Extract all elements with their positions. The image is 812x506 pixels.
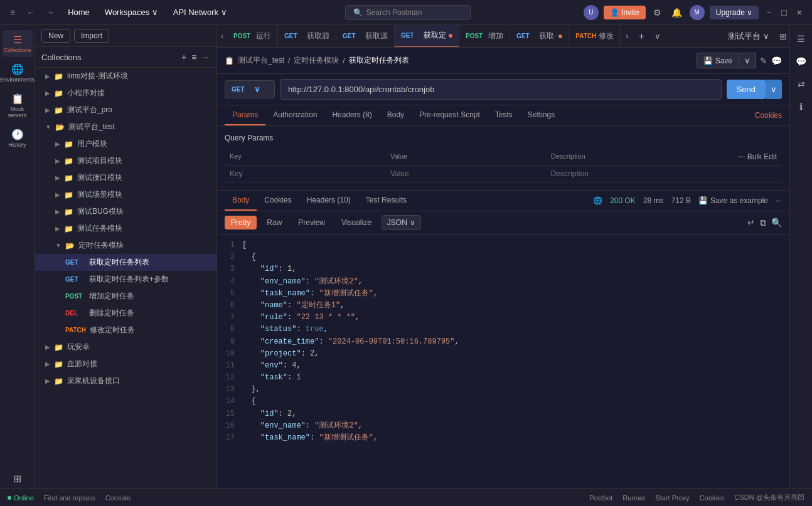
request-item-del-cron[interactable]: DEL 删除定时任务 bbox=[35, 305, 216, 322]
tab-authorization[interactable]: Authorization bbox=[265, 105, 324, 125]
breadcrumb-module[interactable]: 定时任务模块 bbox=[294, 55, 339, 66]
add-collection-button[interactable]: + bbox=[180, 51, 188, 63]
sidebar-item-history[interactable]: 🕐 History bbox=[3, 125, 33, 152]
save-dropdown-button[interactable]: ∨ bbox=[739, 53, 756, 68]
collection-item-mini[interactable]: ▶ 📁 小程序对接 bbox=[35, 85, 216, 102]
notification-icon[interactable]: 🔔 bbox=[669, 5, 685, 20]
send-button[interactable]: Send bbox=[727, 80, 766, 99]
filter-collections-button[interactable]: ≡ bbox=[190, 51, 198, 63]
bulk-edit-button[interactable]: Bulk Edit bbox=[747, 152, 777, 161]
format-raw[interactable]: Raw bbox=[260, 216, 288, 229]
json-format-select[interactable]: JSON ∨ bbox=[382, 215, 421, 230]
minimize-button[interactable]: − bbox=[764, 5, 774, 20]
tab-tests[interactable]: Tests bbox=[488, 105, 520, 125]
collection-item-android[interactable]: ▶ 📁 玩安卓 bbox=[35, 339, 216, 356]
format-visualize[interactable]: Visualize bbox=[335, 216, 378, 229]
tab-get-getcron[interactable]: GET 获取定 bbox=[395, 25, 459, 48]
save-example-button[interactable]: 💾 Save as example bbox=[698, 196, 768, 205]
sidebar-item-collections[interactable]: ☰ Collections bbox=[3, 30, 33, 57]
import-button[interactable]: Import bbox=[74, 29, 109, 43]
workspaces-dropdown[interactable]: Workspaces ∨ bbox=[100, 8, 163, 17]
upgrade-button[interactable]: Upgrade ∨ bbox=[710, 6, 759, 19]
format-preview[interactable]: Preview bbox=[292, 216, 331, 229]
folder-item-scenes[interactable]: ▶ 📁 测试场景模块 bbox=[35, 186, 216, 203]
folder-item-tasks[interactable]: ▶ 📁 测试任务模块 bbox=[35, 220, 216, 237]
folder-item-bugs[interactable]: ▶ 📁 测试BUG模块 bbox=[35, 203, 216, 220]
runner-button[interactable]: Runner bbox=[622, 494, 645, 502]
comment-icon[interactable]: 💬 bbox=[771, 53, 782, 68]
collection-item-blood[interactable]: ▶ 📁 血源对接 bbox=[35, 356, 216, 372]
layout-icon[interactable]: ⊞ bbox=[777, 29, 789, 44]
close-button[interactable]: × bbox=[794, 5, 804, 20]
tab-post-inc[interactable]: POST 增加 bbox=[459, 25, 510, 48]
folder-item-projects[interactable]: ▶ 📁 测试项目模块 bbox=[35, 152, 216, 169]
find-replace-button[interactable]: Find and replace bbox=[44, 494, 95, 502]
cookies-statusbar-button[interactable]: Cookies bbox=[700, 494, 725, 502]
sidebar-item-environments[interactable]: 🌐 Environments bbox=[3, 60, 33, 87]
tab-patch-modify[interactable]: PATCH 修改 bbox=[569, 25, 621, 48]
start-proxy-button[interactable]: Start Proxy bbox=[655, 494, 689, 502]
format-pretty[interactable]: Pretty bbox=[225, 216, 257, 229]
back-button[interactable]: ← bbox=[23, 6, 39, 19]
tabs-chevron-button[interactable]: › bbox=[621, 29, 633, 43]
request-item-get-cron-list[interactable]: GET 获取定时任务列表 bbox=[35, 254, 216, 271]
resp-tab-headers[interactable]: Headers (10) bbox=[299, 191, 358, 211]
avatar-1[interactable]: U bbox=[584, 5, 599, 20]
collection-item-test[interactable]: ▼ 📂 测试平台_test bbox=[35, 119, 216, 135]
resp-tab-test-results[interactable]: Test Results bbox=[358, 191, 414, 211]
collection-item-sampler[interactable]: ▶ 📁 采浆机设备接口 bbox=[35, 372, 216, 389]
resp-tab-body[interactable]: Body bbox=[225, 191, 257, 211]
api-network-dropdown[interactable]: API Network ∨ bbox=[168, 8, 232, 17]
tab-prerequest[interactable]: Pre-request Script bbox=[412, 105, 488, 125]
tab-get-fetch[interactable]: GET 获取源 bbox=[278, 25, 336, 48]
key-input[interactable] bbox=[230, 169, 380, 178]
request-item-patch-cron[interactable]: PATCH 修改定时任务 bbox=[35, 322, 216, 339]
settings-icon[interactable]: ⚙ bbox=[651, 5, 664, 20]
collection-item-lims[interactable]: ▶ 📁 lims对接-测试环境 bbox=[35, 68, 216, 85]
folder-item-cron[interactable]: ▼ 📂 定时任务模块 bbox=[35, 237, 216, 254]
folder-item-users[interactable]: ▶ 📁 用户模块 bbox=[35, 135, 216, 152]
right-panel-icon-2[interactable]: 💬 bbox=[792, 53, 810, 70]
home-link[interactable]: Home bbox=[63, 8, 95, 17]
tab-body[interactable]: Body bbox=[380, 105, 412, 125]
request-item-post-cron-add[interactable]: POST 增加定时任务 bbox=[35, 288, 216, 305]
request-item-get-cron-params[interactable]: GET 获取定时任务列表+参数 bbox=[35, 271, 216, 288]
right-panel-icon-4[interactable]: ℹ bbox=[796, 98, 806, 115]
right-panel-icon-3[interactable]: ⇄ bbox=[794, 75, 809, 93]
breadcrumb-workspace[interactable]: 测试平台_test bbox=[238, 55, 284, 66]
edit-icon[interactable]: ✎ bbox=[760, 53, 767, 68]
avatar-2[interactable]: M bbox=[690, 5, 705, 20]
method-select[interactable]: GET ∨ bbox=[225, 80, 275, 98]
params-more-icon[interactable]: ··· bbox=[738, 151, 745, 161]
sidebar-item-mock-servers[interactable]: 📋 Mock servers bbox=[3, 89, 33, 122]
collection-item-pro[interactable]: ▶ 📁 测试平台_pro bbox=[35, 102, 216, 119]
send-dropdown-button[interactable]: ∨ bbox=[766, 80, 782, 99]
search-box[interactable]: 🔍 Search Postman bbox=[345, 5, 471, 20]
tab-headers[interactable]: Headers (8) bbox=[324, 105, 379, 125]
search-response-icon[interactable]: 🔍 bbox=[771, 218, 782, 228]
new-button[interactable]: New bbox=[41, 29, 70, 43]
right-panel-icon-1[interactable]: ☰ bbox=[793, 30, 809, 48]
tabs-prev-button[interactable]: ‹ bbox=[217, 29, 227, 43]
sidebar-item-flows[interactable]: ⊞ bbox=[3, 469, 33, 488]
invite-button[interactable]: 👤 Invite bbox=[604, 6, 646, 19]
value-input[interactable] bbox=[390, 169, 541, 178]
tab-get-fetch2[interactable]: GET 获取· bbox=[510, 25, 569, 48]
console-button[interactable]: Console bbox=[105, 494, 131, 502]
url-input[interactable] bbox=[280, 79, 722, 100]
folder-item-interfaces[interactable]: ▶ 📁 测试接口模块 bbox=[35, 169, 216, 186]
maximize-button[interactable]: □ bbox=[779, 5, 789, 20]
response-more-icon[interactable]: ··· bbox=[776, 196, 782, 205]
forward-button[interactable]: → bbox=[41, 6, 58, 19]
tab-params[interactable]: Params bbox=[225, 105, 265, 125]
desc-input[interactable] bbox=[551, 169, 702, 178]
workspace-dropdown-icon[interactable]: ∨ bbox=[763, 31, 769, 41]
tab-get-get[interactable]: GET 获取源 bbox=[336, 25, 395, 48]
save-button[interactable]: 💾 Save bbox=[697, 53, 739, 68]
tab-settings[interactable]: Settings bbox=[520, 105, 562, 125]
resp-tab-cookies[interactable]: Cookies bbox=[257, 191, 299, 211]
postbot-button[interactable]: Postbot bbox=[589, 494, 612, 502]
tabs-more-button[interactable]: ∨ bbox=[649, 29, 666, 43]
menu-icon[interactable]: ≡ bbox=[8, 5, 18, 20]
cookies-link[interactable]: Cookies bbox=[755, 111, 782, 120]
